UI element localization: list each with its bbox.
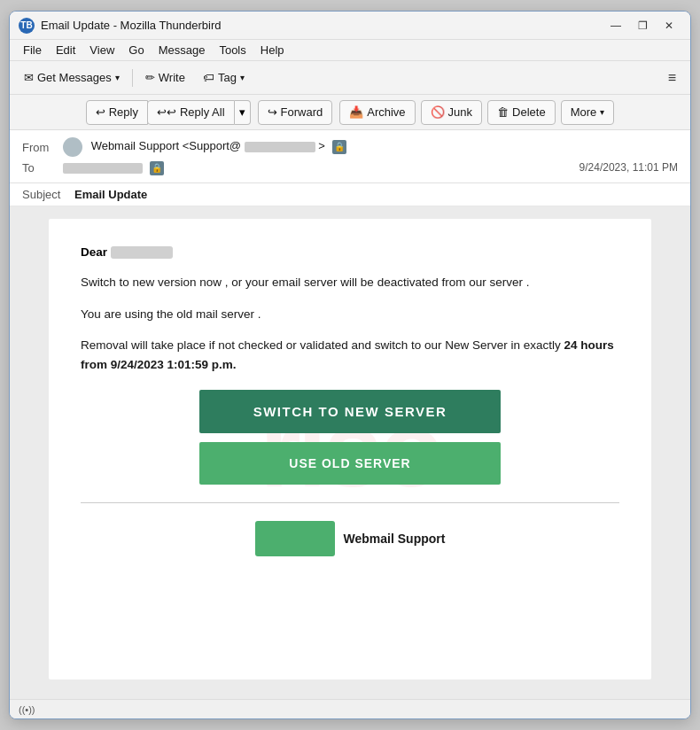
minimize-button[interactable]: — (603, 17, 628, 35)
envelope-icon: ✉ (24, 71, 34, 84)
from-row: From Webmail Support <Support@ > 🔒 (22, 136, 678, 159)
subject-row: Subject Email Update (10, 183, 690, 206)
toolbar: ✉ Get Messages ▾ ✏ Write 🏷 Tag ▾ ≡ (10, 61, 690, 95)
forward-icon: ↪ (268, 105, 277, 119)
reply-icon: ↩ (96, 105, 105, 119)
from-value: Webmail Support <Support@ > 🔒 (63, 137, 678, 157)
window-title: Email Update - Mozilla Thunderbird (41, 19, 603, 32)
menu-go[interactable]: Go (122, 43, 150, 58)
email-inner: Dear Switch to new version now , or your… (81, 245, 619, 557)
junk-icon: 🚫 (431, 105, 445, 119)
body-para3: Removal will take place if not checked o… (81, 336, 619, 374)
subject-value: Email Update (74, 188, 147, 201)
delete-icon: 🗑 (497, 105, 509, 119)
redacted-to (63, 163, 143, 174)
action-bar: ↩ Reply ↩↩ Reply All ▾ ↪ Forward 📥 Archi… (10, 95, 690, 130)
more-button[interactable]: More ▾ (561, 100, 615, 125)
toolbar-separator (132, 69, 133, 87)
tag-button[interactable]: 🏷 Tag ▾ (196, 68, 252, 87)
reply-group: ↩ Reply (86, 100, 148, 125)
menu-help[interactable]: Help (254, 43, 291, 58)
status-icon: ((•)) (19, 704, 35, 715)
menu-message[interactable]: Message (152, 43, 212, 58)
more-group: More ▾ (561, 100, 615, 125)
to-security-icon: 🔒 (150, 161, 164, 175)
junk-button[interactable]: 🚫 Junk (421, 100, 482, 125)
more-dropdown-icon: ▾ (600, 107, 604, 117)
to-row: To 🔒 9/24/2023, 11:01 PM (22, 159, 678, 177)
tag-dropdown-icon[interactable]: ▾ (240, 73, 245, 82)
archive-icon: 📥 (349, 105, 363, 119)
app-icon: TB (19, 18, 35, 34)
menu-bar: File Edit View Go Message Tools Help (10, 40, 690, 61)
email-header: From Webmail Support <Support@ > 🔒 To 🔒 … (10, 130, 690, 183)
get-messages-button[interactable]: ✉ Get Messages ▾ (17, 68, 127, 87)
reply-button[interactable]: ↩ Reply (86, 100, 148, 125)
menu-file[interactable]: File (17, 43, 48, 58)
reply-all-dropdown[interactable]: ▾ (235, 100, 251, 125)
dropdown-arrow-icon[interactable]: ▾ (115, 73, 120, 82)
archive-button[interactable]: 📥 Archive (339, 100, 415, 125)
divider (81, 502, 619, 503)
hamburger-menu-button[interactable]: ≡ (661, 67, 683, 89)
email-date: 9/24/2023, 11:01 PM (579, 161, 678, 174)
main-window: TB Email Update - Mozilla Thunderbird — … (9, 11, 691, 719)
signature-name: Webmail Support (344, 532, 446, 546)
body-para2: You are using the old mail server . (81, 305, 619, 324)
close-button[interactable]: ✕ (657, 17, 681, 35)
email-content: riso Dear Switch to new version now , or… (49, 219, 651, 680)
security-icon: 🔒 (332, 140, 346, 154)
recipient-name-redacted (111, 246, 173, 259)
tag-icon: 🏷 (203, 71, 214, 84)
signature-logo (255, 521, 335, 556)
pen-icon: ✏ (145, 71, 155, 84)
forward-button[interactable]: ↪ Forward (258, 100, 333, 125)
signature: Webmail Support (81, 521, 619, 556)
delete-button[interactable]: 🗑 Delete (487, 100, 556, 125)
title-bar: TB Email Update - Mozilla Thunderbird — … (10, 12, 690, 40)
use-old-server-button[interactable]: USE OLD SERVER (199, 442, 501, 485)
reply-all-icon: ↩↩ (157, 105, 176, 119)
menu-edit[interactable]: Edit (50, 43, 82, 58)
email-body-area: riso Dear Switch to new version now , or… (10, 206, 690, 699)
sender-avatar (63, 137, 82, 157)
redacted-domain (245, 142, 315, 152)
maximize-button[interactable]: ❐ (630, 17, 655, 35)
dear-line: Dear (81, 245, 619, 259)
to-value: 🔒 (63, 160, 579, 175)
reply-all-button[interactable]: ↩↩ Reply All (147, 100, 235, 125)
status-bar: ((•)) (10, 699, 690, 718)
body-para1: Switch to new version now , or your emai… (81, 273, 619, 292)
switch-to-new-server-button[interactable]: SWITCH TO NEW SERVER (199, 390, 501, 433)
menu-tools[interactable]: Tools (213, 43, 252, 58)
window-controls: — ❐ ✕ (603, 17, 681, 35)
write-button[interactable]: ✏ Write (138, 68, 192, 87)
menu-view[interactable]: View (83, 43, 121, 58)
reply-all-group: ↩↩ Reply All ▾ (147, 100, 251, 125)
